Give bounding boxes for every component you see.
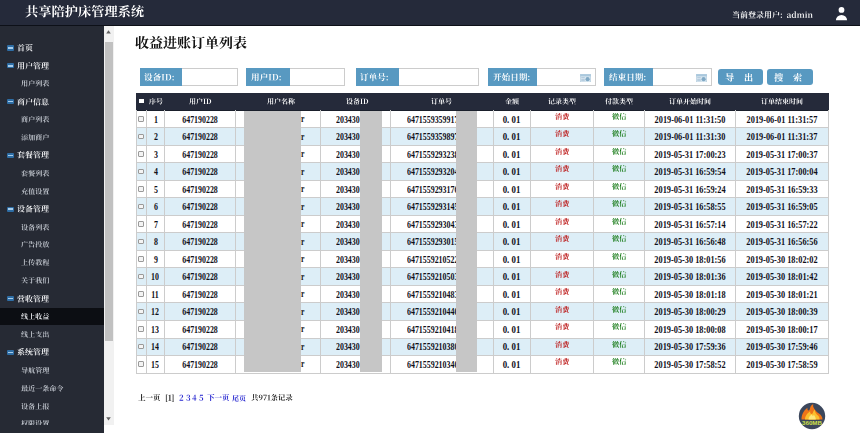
svg-text:360MB: 360MB: [802, 419, 822, 426]
